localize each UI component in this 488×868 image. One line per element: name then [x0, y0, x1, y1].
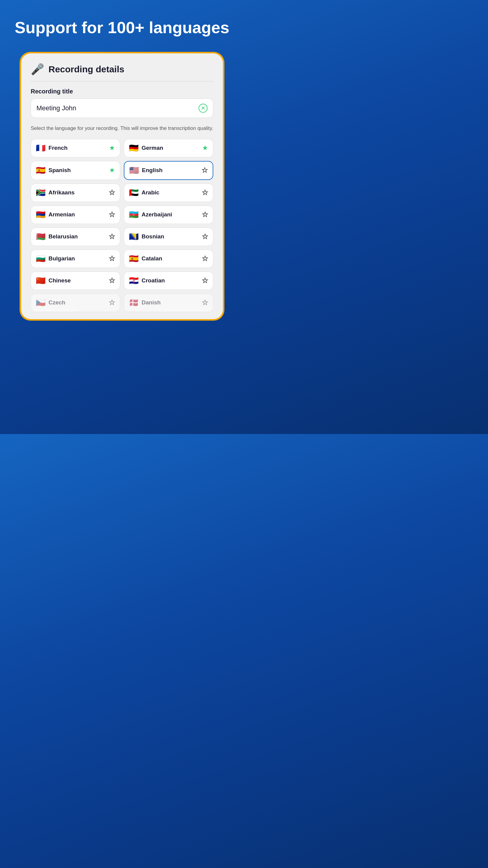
lang-item[interactable]: 🇺🇸English★	[124, 161, 213, 180]
flag-icon: 🇩🇪	[129, 144, 138, 153]
lang-item[interactable]: 🇨🇳Chinese★	[31, 272, 120, 290]
lang-name: Chinese	[48, 277, 106, 284]
recording-title-input[interactable]: Meeting John ✕	[31, 98, 213, 118]
flag-icon: 🇧🇬	[36, 254, 45, 264]
lang-name: German	[141, 145, 199, 151]
lang-item[interactable]: 🇪🇸Spanish★	[31, 161, 120, 180]
lang-item[interactable]: 🇦🇿Azerbaijani★	[124, 206, 213, 224]
star-icon[interactable]: ★	[109, 166, 115, 174]
star-icon[interactable]: ★	[109, 144, 115, 152]
lang-name: Spanish	[48, 167, 106, 174]
lang-item[interactable]: 🇫🇷French★	[31, 139, 120, 157]
lang-item[interactable]: 🇧🇾Belarusian★	[31, 227, 120, 246]
flag-icon: 🇦🇿	[129, 210, 138, 219]
lang-item[interactable]: 🇩🇰Danish★	[124, 293, 213, 312]
page-headline: Support for 100+ languages	[15, 18, 230, 37]
star-icon[interactable]: ★	[202, 233, 208, 241]
card-title: Recording details	[48, 64, 124, 74]
lang-item[interactable]: 🇪🇸Catalan★	[124, 250, 213, 268]
star-icon[interactable]: ★	[202, 144, 208, 152]
flag-icon: 🇧🇦	[129, 232, 138, 241]
card-header: 🎤 Recording details	[31, 63, 213, 82]
star-icon[interactable]: ★	[202, 299, 208, 307]
lang-item[interactable]: 🇧🇬Bulgarian★	[31, 250, 120, 268]
lang-name: Bulgarian	[48, 255, 106, 262]
flag-icon: 🇦🇪	[129, 188, 138, 197]
language-grid: 🇫🇷French★🇩🇪German★🇪🇸Spanish★🇺🇸English★🇿🇦…	[31, 139, 213, 312]
lang-item[interactable]: 🇦🇲Armenian★	[31, 206, 120, 224]
star-icon[interactable]: ★	[202, 189, 208, 196]
clear-button[interactable]: ✕	[198, 104, 207, 113]
lang-name: Armenian	[48, 211, 106, 218]
lang-item[interactable]: 🇭🇷Croatian★	[124, 272, 213, 290]
card-wrapper: 🎤 Recording details Recording title Meet…	[20, 52, 224, 321]
lang-name: Bosnian	[141, 233, 199, 240]
star-icon[interactable]: ★	[109, 299, 115, 307]
recording-details-card: 🎤 Recording details Recording title Meet…	[21, 53, 223, 319]
lang-name: Arabic	[141, 189, 199, 196]
recording-title-value: Meeting John	[36, 104, 198, 112]
star-icon[interactable]: ★	[202, 255, 208, 262]
lang-name: Danish	[141, 299, 199, 306]
star-icon[interactable]: ★	[109, 255, 115, 262]
flag-icon: 🇫🇷	[36, 144, 45, 153]
lang-name: Croatian	[141, 277, 199, 284]
flag-icon: 🇿🇦	[36, 188, 45, 197]
flag-icon: 🇨🇿	[36, 298, 45, 307]
lang-name: Czech	[48, 299, 106, 306]
lang-name: Azerbaijani	[141, 211, 199, 218]
flag-icon: 🇪🇸	[36, 166, 45, 175]
language-hint: Select the language for your recording. …	[31, 124, 213, 132]
lang-item[interactable]: 🇧🇦Bosnian★	[124, 227, 213, 246]
lang-item[interactable]: 🇨🇿Czech★	[31, 293, 120, 312]
lang-name: Catalan	[141, 255, 199, 262]
microphone-icon: 🎤	[31, 63, 44, 76]
flag-icon: 🇦🇲	[36, 210, 45, 219]
star-icon[interactable]: ★	[202, 166, 208, 174]
star-icon[interactable]: ★	[109, 211, 115, 218]
lang-item[interactable]: 🇦🇪Arabic★	[124, 184, 213, 202]
lang-item[interactable]: 🇿🇦Afrikaans★	[31, 184, 120, 202]
lang-name: French	[48, 145, 106, 151]
flag-icon: 🇪🇸	[129, 254, 138, 264]
flag-icon: 🇩🇰	[129, 298, 138, 307]
star-icon[interactable]: ★	[109, 233, 115, 241]
star-icon[interactable]: ★	[109, 189, 115, 196]
flag-icon: 🇭🇷	[129, 276, 138, 285]
lang-name: Belarusian	[48, 233, 106, 240]
flag-icon: 🇨🇳	[36, 276, 45, 285]
lang-item[interactable]: 🇩🇪German★	[124, 139, 213, 157]
star-icon[interactable]: ★	[109, 277, 115, 284]
recording-title-label: Recording title	[31, 88, 213, 95]
lang-name: Afrikaans	[48, 189, 106, 196]
star-icon[interactable]: ★	[202, 277, 208, 284]
flag-icon: 🇧🇾	[36, 232, 45, 241]
flag-icon: 🇺🇸	[129, 166, 139, 175]
lang-name: English	[142, 167, 199, 174]
star-icon[interactable]: ★	[202, 211, 208, 218]
